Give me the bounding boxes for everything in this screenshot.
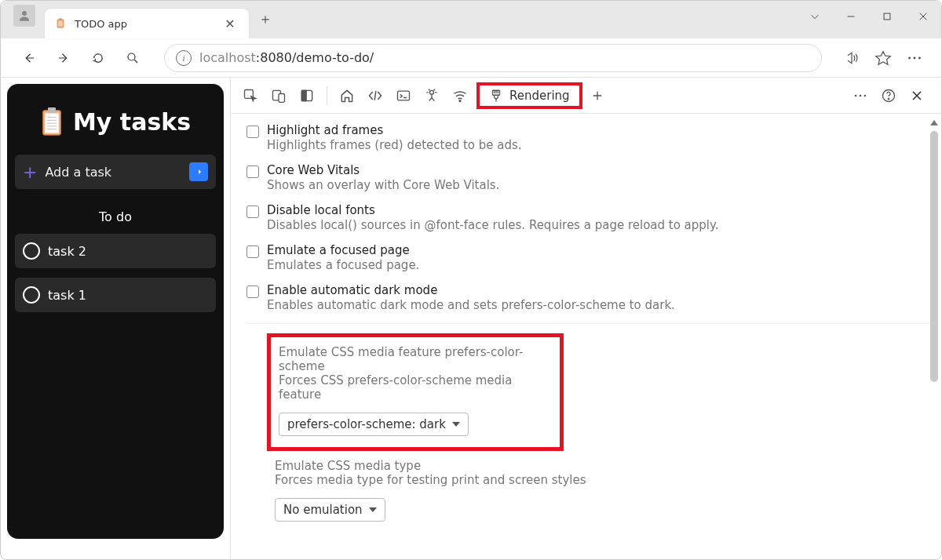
- network-tab-icon[interactable]: [447, 82, 473, 109]
- svg-line-31: [374, 91, 376, 100]
- todo-app: My tasks + Add a task To do task 2 task …: [7, 84, 224, 539]
- search-button[interactable]: [117, 42, 148, 74]
- checkbox[interactable]: [246, 125, 259, 138]
- more-tabs-button[interactable]: [584, 82, 611, 109]
- page-content: My tasks + Add a task To do task 2 task …: [1, 78, 230, 560]
- svg-rect-32: [398, 91, 410, 100]
- plus-icon: +: [23, 162, 37, 182]
- option-auto-dark-mode: Enable automatic dark mode Enables autom…: [246, 278, 935, 318]
- profile-button[interactable]: [13, 5, 35, 27]
- svg-rect-7: [884, 13, 890, 20]
- checkbox[interactable]: [246, 285, 259, 298]
- svg-rect-19: [48, 107, 56, 112]
- elements-tab-icon[interactable]: [362, 82, 389, 109]
- welcome-tab-icon[interactable]: [334, 82, 360, 109]
- clipboard-icon: [54, 17, 67, 30]
- option-disable-local-fonts: Disable local fonts Disables local() sou…: [246, 198, 935, 238]
- svg-point-39: [459, 100, 461, 101]
- favorite-icon[interactable]: [869, 44, 897, 72]
- task-item[interactable]: task 2: [15, 234, 216, 268]
- brush-icon: [489, 89, 503, 103]
- svg-line-38: [434, 89, 436, 90]
- svg-marker-14: [876, 51, 890, 64]
- sources-tab-icon[interactable]: [418, 82, 445, 109]
- devtools-panel: Rendering Highlight ad frames Highlights…: [230, 78, 941, 560]
- svg-point-34: [430, 90, 434, 94]
- clipboard-icon: [40, 107, 64, 136]
- tab-close-button[interactable]: ✕: [221, 16, 239, 31]
- svg-point-15: [908, 56, 911, 59]
- svg-point-48: [860, 94, 862, 96]
- minimize-button[interactable]: [833, 1, 869, 32]
- chevron-down-icon: [369, 507, 377, 512]
- url-text: localhost:8080/demo-to-do/: [199, 50, 374, 65]
- rendering-tab[interactable]: Rendering: [476, 82, 582, 109]
- dock-icon[interactable]: [294, 82, 320, 109]
- rendering-panel: Highlight ad frames Highlights frames (r…: [231, 114, 941, 560]
- window-controls: [797, 1, 941, 32]
- site-info-icon[interactable]: i: [176, 50, 192, 66]
- task-checkbox[interactable]: [23, 242, 40, 260]
- devtools-close-button[interactable]: [904, 82, 930, 109]
- add-task-input[interactable]: + Add a task: [15, 155, 216, 189]
- checkbox[interactable]: [246, 245, 259, 258]
- help-icon[interactable]: [875, 82, 902, 109]
- option-core-web-vitals: Core Web Vitals Shows an overlay with Co…: [246, 158, 935, 198]
- devtools-toolbar: Rendering: [231, 78, 941, 114]
- svg-point-17: [918, 56, 921, 59]
- close-window-button[interactable]: [905, 1, 941, 32]
- prefers-color-scheme-select[interactable]: prefers-color-scheme: dark: [279, 413, 469, 436]
- window-titlebar: TODO app ✕ ＋: [1, 1, 941, 38]
- address-bar: i localhost:8080/demo-to-do/: [1, 38, 941, 78]
- option-highlight-ad-frames: Highlight ad frames Highlights frames (r…: [246, 118, 935, 158]
- svg-point-47: [855, 94, 857, 96]
- emulate-prefers-color-scheme: Emulate CSS media feature prefers-color-…: [267, 333, 564, 451]
- browser-menu-button[interactable]: [900, 44, 929, 72]
- checkbox[interactable]: [246, 205, 259, 218]
- svg-point-51: [888, 98, 889, 99]
- svg-rect-30: [301, 90, 306, 100]
- add-task-submit[interactable]: [189, 162, 208, 181]
- svg-point-0: [22, 11, 27, 16]
- svg-point-49: [864, 94, 867, 96]
- tab-title: TODO app: [75, 18, 213, 30]
- svg-rect-28: [279, 93, 285, 102]
- back-button[interactable]: [13, 42, 45, 74]
- svg-line-37: [429, 89, 430, 90]
- chevron-down-icon[interactable]: [797, 1, 833, 32]
- browser-tab[interactable]: TODO app ✕: [45, 9, 249, 38]
- emulate-media-type: Emulate CSS media type Forces media type…: [267, 451, 935, 533]
- devtools-menu-button[interactable]: [847, 82, 874, 109]
- inspect-icon[interactable]: [237, 82, 264, 109]
- svg-point-12: [128, 53, 135, 60]
- app-title: My tasks: [73, 108, 191, 136]
- rendering-tab-label: Rendering: [509, 89, 570, 103]
- task-checkbox[interactable]: [23, 286, 40, 304]
- console-tab-icon[interactable]: [390, 82, 417, 109]
- media-type-select[interactable]: No emulation: [275, 498, 385, 522]
- device-icon[interactable]: [265, 82, 292, 109]
- checkbox[interactable]: [246, 165, 259, 178]
- url-input[interactable]: i localhost:8080/demo-to-do/: [164, 44, 822, 72]
- task-label: task 2: [48, 244, 86, 259]
- svg-point-16: [914, 56, 916, 59]
- task-item[interactable]: task 1: [15, 278, 216, 312]
- maximize-button[interactable]: [869, 1, 905, 32]
- new-tab-button[interactable]: ＋: [252, 5, 279, 32]
- read-aloud-icon[interactable]: [838, 44, 866, 72]
- todo-section-label: To do: [15, 209, 216, 224]
- forward-button[interactable]: [48, 42, 79, 74]
- refresh-button[interactable]: [82, 42, 114, 74]
- scrollbar[interactable]: [929, 117, 940, 399]
- svg-rect-2: [59, 18, 62, 20]
- svg-line-13: [134, 60, 137, 63]
- chevron-down-icon: [452, 422, 460, 427]
- option-emulate-focused-page: Emulate a focused page Emulates a focuse…: [246, 238, 935, 278]
- add-task-placeholder: Add a task: [45, 165, 189, 180]
- task-label: task 1: [48, 288, 86, 303]
